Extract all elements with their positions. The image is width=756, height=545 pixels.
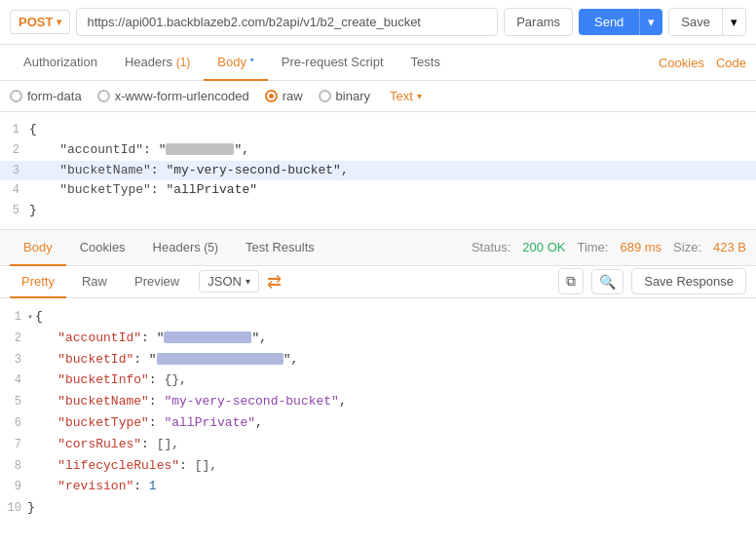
- type-selector[interactable]: Text ▾: [390, 89, 422, 103]
- resp-tab-cookies[interactable]: Cookies: [66, 230, 139, 266]
- resp-line-4: 4 "bucketInfo": {},: [0, 370, 756, 391]
- resp-sub-tab-preview[interactable]: Preview: [123, 266, 191, 298]
- method-chevron-icon: ▾: [57, 17, 61, 27]
- save-dropdown-button[interactable]: ▾: [722, 9, 745, 35]
- resp-line-7: 7 "corsRules": [],: [0, 434, 756, 455]
- resp-line-6: 6 "bucketType": "allPrivate",: [0, 412, 756, 434]
- url-input[interactable]: [76, 8, 498, 36]
- resp-format-selector[interactable]: JSON ▾: [199, 270, 259, 292]
- response-status: Status: 200 OK Time: 689 ms Size: 423 B: [462, 232, 756, 262]
- resp-line-3: 3 "bucketId": "",: [0, 349, 756, 370]
- code-line-5: 5 }: [0, 201, 756, 221]
- response-tabs: Body Cookies Headers (5) Test Results: [0, 230, 462, 265]
- cookies-link[interactable]: Cookies: [659, 46, 704, 80]
- type-label: Text: [390, 89, 413, 103]
- resp-line-1: 1 ▾{: [0, 306, 756, 328]
- resp-headers-badge: (5): [204, 241, 218, 254]
- headers-badge: (1): [176, 56, 191, 69]
- search-button[interactable]: 🔍: [591, 269, 624, 294]
- resp-tab-body[interactable]: Body: [10, 230, 66, 266]
- radio-form-data[interactable]: [10, 90, 22, 102]
- request-tabs: Authorization Headers (1) Body ● Pre-req…: [0, 45, 756, 81]
- resp-tab-test-results[interactable]: Test Results: [232, 230, 328, 266]
- send-dropdown-button[interactable]: ▾: [639, 9, 662, 35]
- tab-headers[interactable]: Headers (1): [111, 45, 204, 81]
- status-value: 200 OK: [522, 240, 565, 254]
- resp-line-10: 10 }: [0, 497, 756, 519]
- copy-button[interactable]: ⧉: [558, 268, 584, 294]
- time-label: Time:: [577, 240, 608, 254]
- resp-format-label: JSON: [208, 274, 242, 289]
- tab-pre-request[interactable]: Pre-request Script: [268, 45, 397, 81]
- tab-body[interactable]: Body ●: [204, 45, 267, 81]
- resp-format-chevron-icon: ▾: [246, 276, 250, 287]
- option-form-data[interactable]: form-data: [10, 89, 82, 103]
- option-urlencoded[interactable]: x-www-form-urlencoded: [97, 89, 249, 103]
- response-tabs-row: Body Cookies Headers (5) Test Results St…: [0, 230, 756, 266]
- size-label: Size:: [673, 240, 701, 254]
- body-options: form-data x-www-form-urlencoded raw bina…: [0, 81, 756, 112]
- resp-line-5: 5 "bucketName": "my-very-second-bucket",: [0, 391, 756, 412]
- tab-right-links: Cookies Code: [659, 46, 746, 80]
- save-response-button[interactable]: Save Response: [631, 268, 746, 294]
- top-toolbar: POST ▾ Params Send ▾ Save ▾: [0, 0, 756, 45]
- wrap-icon[interactable]: ⇄: [267, 271, 282, 292]
- send-button[interactable]: Send: [579, 9, 639, 35]
- size-value: 423 B: [713, 240, 746, 254]
- save-button-group: Save ▾: [668, 8, 746, 36]
- option-binary[interactable]: binary: [319, 89, 370, 103]
- response-sub-tabs: Pretty Raw Preview JSON ▾ ⇄ ⧉ 🔍 Save Res…: [0, 266, 756, 298]
- save-button[interactable]: Save: [669, 9, 722, 35]
- tab-tests[interactable]: Tests: [397, 45, 454, 81]
- resp-sub-tab-pretty[interactable]: Pretty: [10, 266, 66, 298]
- send-button-group: Send ▾: [579, 9, 662, 35]
- status-label: Status:: [472, 240, 510, 254]
- method-label: POST: [19, 15, 53, 29]
- code-link[interactable]: Code: [716, 46, 746, 80]
- tab-authorization[interactable]: Authorization: [10, 45, 111, 81]
- code-line-2: 2 "accountId": "",: [0, 140, 756, 161]
- resp-line-8: 8 "lifecycleRules": [],: [0, 455, 756, 477]
- resp-tab-headers[interactable]: Headers (5): [139, 230, 232, 266]
- code-line-4: 4 "bucketType": "allPrivate": [0, 180, 756, 201]
- response-actions: ⧉ 🔍 Save Response: [558, 268, 746, 294]
- resp-line-9: 9 "revision": 1: [0, 476, 756, 497]
- response-code-editor: 1 ▾{ 2 "accountId": "", 3 "bucketId": ""…: [0, 298, 756, 526]
- code-line-3: 3 "bucketName": "my-very-second-bucket",: [0, 161, 756, 181]
- params-button[interactable]: Params: [504, 8, 573, 36]
- option-raw[interactable]: raw: [265, 89, 303, 103]
- type-chevron-icon: ▾: [417, 91, 422, 101]
- code-line-1: 1 {: [0, 120, 756, 140]
- radio-raw[interactable]: [265, 90, 278, 102]
- time-value: 689 ms: [620, 240, 662, 254]
- method-selector[interactable]: POST ▾: [10, 10, 70, 34]
- radio-binary[interactable]: [319, 90, 331, 102]
- resp-line-2: 2 "accountId": "",: [0, 328, 756, 349]
- resp-sub-tab-raw[interactable]: Raw: [70, 266, 119, 298]
- radio-urlencoded[interactable]: [97, 90, 110, 102]
- request-code-editor[interactable]: 1 { 2 "accountId": "", 3 "bucketName": "…: [0, 112, 756, 230]
